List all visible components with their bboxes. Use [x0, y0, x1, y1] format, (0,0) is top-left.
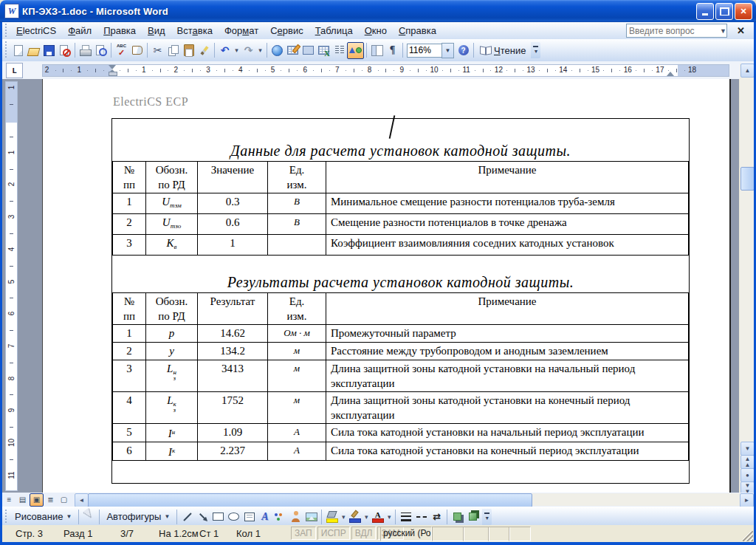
undo-icon[interactable]: [217, 43, 233, 58]
arrow-style-icon[interactable]: [429, 509, 444, 524]
select-objects-icon[interactable]: [81, 509, 97, 524]
font-more-icon[interactable]: [385, 509, 393, 524]
menu-item[interactable]: ElectriCS: [10, 24, 62, 38]
tables-borders-icon[interactable]: [285, 43, 300, 58]
table1-header-cell[interactable]: Обозн.по РД: [146, 162, 198, 193]
cell-value[interactable]: 134.2: [198, 343, 268, 360]
cell-unit[interactable]: А: [268, 442, 326, 461]
menu-item[interactable]: Таблица: [309, 24, 359, 38]
cell-unit[interactable]: В: [268, 193, 326, 214]
cell-num[interactable]: 5: [113, 424, 146, 442]
zoom-input[interactable]: [407, 44, 441, 58]
scroll-thumb[interactable]: [740, 167, 755, 191]
hscroll-right-button[interactable]: ►: [740, 493, 754, 507]
format-painter-icon[interactable]: [196, 43, 212, 58]
view-normal-button[interactable]: ≡: [3, 494, 16, 506]
cell-symbol[interactable]: Iн: [146, 424, 198, 442]
new-icon[interactable]: [10, 43, 26, 58]
cell-num[interactable]: 1: [113, 325, 146, 343]
autoshapes-menu-button[interactable]: Автофигуры▼: [102, 510, 174, 524]
font-color-icon[interactable]: [370, 509, 385, 524]
menu-item[interactable]: Окно: [359, 24, 393, 38]
toolbar-drag-handle[interactable]: [4, 24, 8, 37]
menu-item[interactable]: Вид: [142, 24, 171, 38]
hscroll-left-button[interactable]: ◄: [75, 493, 89, 507]
textbox-icon[interactable]: [241, 509, 257, 524]
line-style-icon[interactable]: [398, 509, 413, 524]
cell-symbol[interactable]: Кв: [146, 235, 198, 256]
copy-icon[interactable]: [165, 43, 181, 58]
insert-table-icon[interactable]: [300, 43, 316, 58]
menu-item[interactable]: Формат: [219, 24, 264, 38]
cell-num[interactable]: 1: [113, 193, 146, 214]
maximize-button[interactable]: [715, 3, 733, 20]
cell-value[interactable]: 0.3: [198, 193, 268, 214]
table1-header-cell[interactable]: №пп: [113, 162, 146, 193]
cell-value[interactable]: 14.62: [198, 325, 268, 343]
line-more-icon[interactable]: [362, 509, 370, 524]
vertical-scrollbar[interactable]: ▲ ▼ ▲▲ ● ▼▼: [740, 64, 754, 493]
word-app-icon[interactable]: W: [4, 4, 19, 18]
hyperlink-icon[interactable]: [269, 43, 285, 58]
hscroll-thumb[interactable]: [88, 493, 532, 507]
oval-icon[interactable]: [226, 509, 241, 524]
table1-header-cell[interactable]: Значение: [198, 162, 268, 193]
table1-header-cell[interactable]: Примечание: [326, 162, 689, 193]
cell-value[interactable]: 1: [198, 235, 268, 256]
menu-item[interactable]: Вставка: [171, 24, 219, 38]
toolbar-options-chevron[interactable]: ▾: [482, 509, 492, 525]
cell-symbol[interactable]: y: [146, 343, 198, 360]
menu-item[interactable]: Файл: [62, 24, 97, 38]
redo-more-icon[interactable]: [256, 43, 264, 58]
cell-num[interactable]: 4: [113, 392, 146, 424]
research-icon[interactable]: [129, 43, 145, 58]
cell-num[interactable]: 3: [113, 360, 146, 392]
view-reading-button[interactable]: ▢: [58, 494, 70, 506]
cell-note[interactable]: Промежуточный параметр: [326, 325, 689, 343]
cell-num[interactable]: 2: [113, 343, 146, 360]
cell-num[interactable]: 2: [113, 214, 146, 235]
threed-icon[interactable]: [465, 509, 481, 524]
cell-symbol[interactable]: Iк: [146, 442, 198, 461]
line-color-icon[interactable]: [347, 509, 362, 524]
open-icon[interactable]: [26, 43, 41, 58]
cell-unit[interactable]: Ом · м: [268, 325, 326, 343]
drawing-icon[interactable]: [347, 42, 364, 59]
insert-excel-icon[interactable]: [316, 43, 331, 58]
view-outline-button[interactable]: ≣: [44, 494, 57, 506]
status-language[interactable]: русский (Ро: [380, 527, 432, 541]
menubar-close-icon[interactable]: ✕: [734, 25, 748, 36]
cell-note[interactable]: Расстояние между трубопроводом и анодным…: [326, 343, 689, 360]
read-button[interactable]: Чтение: [476, 44, 529, 58]
wordart-icon[interactable]: [257, 509, 272, 524]
shadow-icon[interactable]: [450, 509, 465, 524]
cell-symbol[interactable]: Uтзо: [146, 214, 198, 235]
line-icon[interactable]: [179, 509, 195, 524]
horizontal-scrollbar[interactable]: ◄ ►: [75, 493, 754, 506]
table2-header-cell[interactable]: Примечание: [326, 293, 689, 325]
cell-note[interactable]: Сила тока катодной установки на начальны…: [326, 424, 689, 442]
clipart-icon[interactable]: [288, 509, 303, 524]
question-dropdown-icon[interactable]: ▼: [720, 27, 729, 35]
select-browse-object-button[interactable]: ●: [740, 468, 755, 482]
cell-unit[interactable]: м: [268, 343, 326, 360]
scroll-up-button[interactable]: ▲: [740, 64, 755, 78]
cell-note[interactable]: Сила тока катодной установки на конечный…: [326, 442, 689, 461]
left-indent-marker[interactable]: [109, 72, 117, 76]
cell-value[interactable]: 1.09: [198, 424, 268, 442]
toolbar-drag-handle[interactable]: [4, 41, 8, 59]
table1-header-cell[interactable]: Ед.изм.: [268, 162, 326, 193]
cell-unit[interactable]: А: [268, 424, 326, 442]
fill-more-icon[interactable]: [340, 509, 347, 524]
picture-icon[interactable]: [303, 509, 319, 524]
minimize-button[interactable]: [696, 3, 714, 20]
horizontal-ruler[interactable]: 21123456789101112131415161718: [42, 64, 729, 77]
cell-value[interactable]: 0.6: [198, 214, 268, 235]
view-web-layout-button[interactable]: ▤: [16, 494, 29, 506]
cell-unit[interactable]: [268, 235, 326, 256]
fill-color-icon[interactable]: [324, 509, 340, 524]
ask-question-input[interactable]: [626, 24, 727, 38]
frame-tail[interactable]: [112, 461, 689, 483]
cell-note[interactable]: Длина защитной зоны катодной установки н…: [326, 360, 689, 392]
toolbar-drag-handle[interactable]: [4, 510, 8, 524]
